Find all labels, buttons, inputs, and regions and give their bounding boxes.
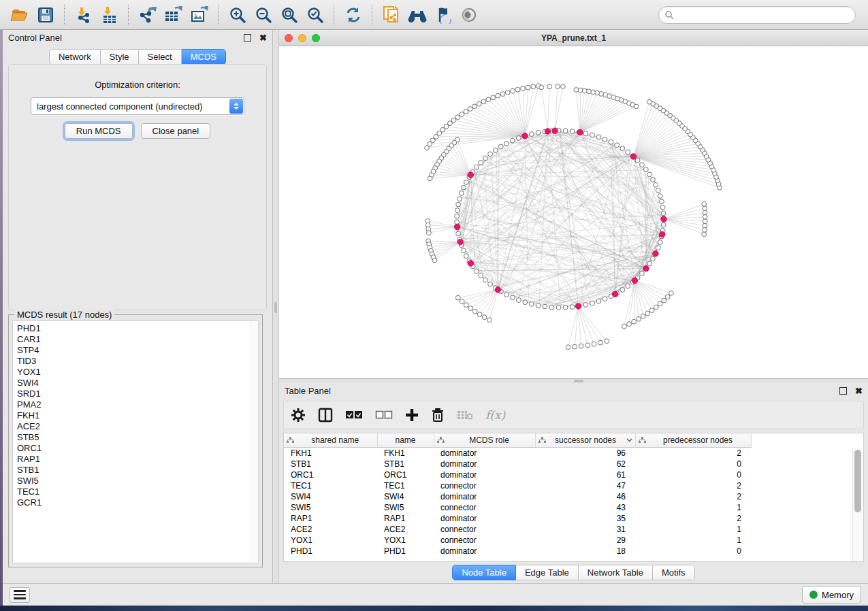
toggle-column-view-icon[interactable]	[318, 406, 333, 425]
table-cell: PHD1	[284, 546, 377, 557]
column-header-successor-nodes[interactable]: successor nodes	[535, 433, 635, 447]
tab-network-table[interactable]: Network Table	[579, 565, 653, 580]
tab-mcds[interactable]: MCDS	[182, 49, 226, 65]
memory-status-icon	[809, 591, 818, 599]
delete-table-icon-disabled	[457, 406, 473, 425]
import-table-icon[interactable]	[97, 3, 123, 27]
table-panel: Table Panel ✖	[279, 383, 868, 583]
mcds-result-scrollbar[interactable]	[249, 320, 259, 563]
column-header-name[interactable]: name	[377, 433, 434, 447]
close-window-traffic-light[interactable]	[285, 34, 293, 42]
mcds-result-item[interactable]: ACE2	[17, 421, 249, 432]
tab-select[interactable]: Select	[139, 49, 182, 65]
deselect-all-checkboxes-icon[interactable]	[375, 406, 393, 425]
network-canvas[interactable]	[279, 46, 868, 378]
float-window-icon[interactable]	[244, 34, 251, 42]
mcds-result-item[interactable]: STB5	[17, 432, 249, 443]
network-window-titlebar[interactable]: YPA_prune.txt_1	[279, 30, 868, 46]
table-cell: SWI4	[377, 491, 434, 502]
export-network-icon[interactable]	[135, 3, 161, 27]
zoom-fit-icon[interactable]	[276, 3, 302, 27]
mcds-result-item[interactable]: TID3	[17, 356, 249, 367]
search-field[interactable]	[658, 6, 856, 24]
create-network-from-selection-icon[interactable]	[379, 3, 404, 27]
tab-motifs[interactable]: Motifs	[653, 565, 695, 580]
column-header-shared-name[interactable]: shared name	[284, 433, 377, 447]
add-column-icon[interactable]	[405, 406, 419, 425]
table-row[interactable]: STB1STB1dominator620	[284, 459, 751, 469]
column-header-predecessor-nodes[interactable]: predecessor nodes	[635, 433, 751, 447]
table-scrollbar[interactable]	[852, 448, 863, 561]
splitter-grip[interactable]	[274, 302, 277, 313]
search-icon	[664, 10, 674, 20]
table-row[interactable]: ORC1ORC1dominator610	[284, 469, 751, 480]
mcds-result-item[interactable]: PHD1	[17, 323, 249, 334]
mcds-result-item[interactable]: TEC1	[17, 486, 249, 497]
network-window-title: YPA_prune.txt_1	[325, 33, 822, 43]
tab-network[interactable]: Network	[49, 49, 101, 65]
show-graphics-details-eye-icon[interactable]	[456, 3, 482, 27]
delete-column-trash-icon[interactable]	[431, 406, 445, 425]
mcds-result-item[interactable]: RAP1	[17, 454, 249, 465]
mcds-result-item[interactable]: STP4	[17, 345, 249, 356]
mcds-result-item[interactable]: ORC1	[17, 443, 249, 454]
table-row[interactable]: FKH1FKH1dominator962	[284, 447, 751, 459]
memory-button[interactable]: Memory	[802, 586, 861, 604]
save-session-icon[interactable]	[33, 3, 59, 27]
refresh-view-icon[interactable]	[340, 3, 366, 27]
import-network-icon[interactable]	[71, 3, 97, 27]
mcds-result-item[interactable]: SWI4	[17, 378, 249, 389]
export-image-icon[interactable]	[187, 3, 212, 27]
tab-edge-table[interactable]: Edge Table	[516, 565, 579, 580]
table-cell: SWI5	[377, 502, 434, 513]
zoom-out-icon[interactable]	[251, 3, 276, 27]
table-panel-title: Table Panel	[285, 386, 839, 396]
table-row[interactable]: ACE2ACE2connector311	[284, 524, 751, 535]
settings-gear-icon[interactable]	[291, 406, 306, 425]
task-history-list-button[interactable]	[10, 587, 30, 603]
tab-node-table[interactable]: Node Table	[452, 565, 516, 580]
close-panel-button[interactable]: Close panel	[141, 123, 211, 139]
mcds-result-item[interactable]: CAR1	[17, 334, 249, 345]
table-row[interactable]: RAP1RAP1dominator352	[284, 513, 751, 524]
table-row[interactable]: YOX1YOX1connector291	[284, 535, 751, 546]
table-scrollbar-thumb[interactable]	[854, 450, 861, 512]
mcds-result-item[interactable]: PMA2	[17, 399, 249, 410]
table-cell: 43	[535, 502, 635, 513]
horizontal-splitter[interactable]	[279, 379, 868, 383]
mcds-result-item[interactable]: GCR1	[17, 497, 249, 508]
export-table-icon[interactable]	[161, 3, 187, 27]
open-file-icon[interactable]	[7, 3, 33, 27]
run-mcds-button[interactable]: Run MCDS	[65, 123, 133, 139]
close-panel-icon[interactable]: ✖	[259, 35, 267, 41]
zoom-selected-icon[interactable]	[302, 3, 328, 27]
table-cell: connector	[434, 480, 535, 491]
table-row[interactable]: PHD1PHD1dominator180	[284, 546, 751, 557]
search-input[interactable]	[677, 10, 850, 20]
find-binoculars-icon[interactable]	[404, 3, 430, 27]
tab-style[interactable]: Style	[101, 49, 139, 65]
zoom-in-icon[interactable]	[225, 3, 251, 27]
splitter-grip[interactable]	[574, 380, 583, 382]
close-panel-icon[interactable]: ✖	[855, 388, 863, 394]
select-all-checkboxes-icon[interactable]	[345, 406, 363, 425]
mcds-result-item[interactable]: STB1	[17, 465, 249, 476]
mcds-result-item[interactable]: SWI5	[17, 476, 249, 486]
column-header-MCDS-role[interactable]: MCDS role	[434, 433, 535, 447]
mcds-result-list[interactable]: PHD1CAR1STP4TID3YOX1SWI4SRD1PMA2FKH1ACE2…	[12, 320, 250, 563]
table-row[interactable]: SWI4SWI4dominator462	[284, 491, 751, 502]
table-row[interactable]: TEC1TEC1connector472	[284, 480, 751, 491]
network-graph	[279, 46, 863, 378]
minimize-window-traffic-light[interactable]	[298, 34, 306, 42]
table-row[interactable]: SWI5SWI5connector431	[284, 502, 751, 513]
node-table-header-row: shared namenameMCDS rolesuccessor nodesp…	[284, 433, 751, 447]
mcds-result-item[interactable]: SRD1	[17, 389, 249, 399]
table-cell: 62	[535, 459, 635, 469]
float-window-icon[interactable]	[839, 387, 847, 395]
hide-selected-icon[interactable]	[430, 3, 456, 27]
mcds-result-item[interactable]: YOX1	[17, 367, 249, 378]
mcds-result-item[interactable]: FKH1	[17, 410, 249, 421]
maximize-window-traffic-light[interactable]	[312, 34, 320, 42]
vertical-splitter[interactable]	[273, 30, 279, 583]
optimization-criterion-dropdown[interactable]: largest connected component (undirected)	[31, 97, 244, 115]
